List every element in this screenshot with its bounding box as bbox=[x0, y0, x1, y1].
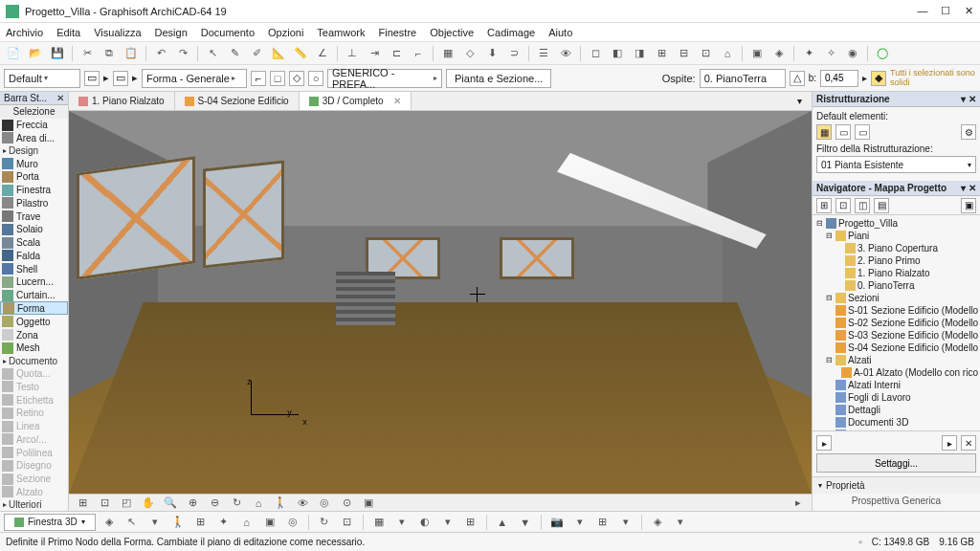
tool-polilinea[interactable]: Polilinea bbox=[0, 446, 68, 459]
tool-freccia[interactable]: Freccia bbox=[0, 119, 68, 132]
tree-sezioni[interactable]: ⊟Sezioni bbox=[814, 292, 978, 304]
align-icon[interactable]: ⊥ bbox=[343, 45, 362, 62]
menu-finestre[interactable]: Finestre bbox=[378, 27, 416, 38]
bt-9-icon[interactable]: ◎ bbox=[283, 514, 302, 531]
tree-alzati[interactable]: ⊟Alzati bbox=[814, 354, 978, 366]
piano-selector[interactable]: 0. PianoTerra bbox=[700, 69, 786, 88]
tab-menu-icon[interactable]: ▾ bbox=[788, 92, 812, 110]
tool-lucernario[interactable]: Lucern... bbox=[0, 276, 68, 289]
bt-8-icon[interactable]: ▣ bbox=[260, 514, 279, 531]
bt-7-icon[interactable]: ⌂ bbox=[237, 514, 256, 531]
bt-17-icon[interactable]: ▲ bbox=[493, 514, 512, 531]
section-design[interactable]: Design bbox=[0, 144, 68, 157]
tab-piano-rialzato[interactable]: 1. Piano Rialzato bbox=[69, 92, 175, 110]
solid-icon[interactable]: ◆ bbox=[871, 71, 886, 86]
section-ulteriori[interactable]: Ulteriori bbox=[0, 498, 68, 511]
bt-6-icon[interactable]: ✦ bbox=[214, 514, 234, 531]
geom-1-icon[interactable]: ⌐ bbox=[251, 71, 266, 86]
tool-falda[interactable]: Falda bbox=[0, 249, 68, 262]
proprieta-header[interactable]: ▾ Proprietà bbox=[813, 476, 980, 494]
panel-close-icon[interactable]: ✕ bbox=[969, 94, 976, 104]
filter-select[interactable]: 01 Pianta Esistente▾ bbox=[816, 156, 976, 173]
bt-22-icon[interactable]: ▾ bbox=[616, 514, 635, 531]
angle-tool-icon[interactable]: △ bbox=[790, 71, 805, 86]
bt-1-icon[interactable]: ◈ bbox=[100, 514, 119, 531]
vb-9-icon[interactable]: ⌂ bbox=[249, 495, 268, 512]
nav-t2-icon[interactable]: ⊡ bbox=[835, 198, 851, 213]
tree-dettagli[interactable]: Dettagli bbox=[814, 404, 978, 416]
tool-finestra[interactable]: Finestra bbox=[0, 184, 68, 197]
tab-close-icon[interactable]: ✕ bbox=[393, 96, 401, 106]
bt-11-icon[interactable]: ⊡ bbox=[338, 514, 357, 531]
bt-18-icon[interactable]: ▼ bbox=[516, 514, 535, 531]
tool-area[interactable]: Area di... bbox=[0, 131, 68, 144]
vb-10-icon[interactable]: 🚶 bbox=[271, 495, 290, 512]
help-icon[interactable]: ◯ bbox=[873, 45, 892, 62]
view2-icon[interactable]: ◧ bbox=[608, 45, 627, 62]
bt-16-icon[interactable]: ⊞ bbox=[461, 514, 480, 531]
vb-1-icon[interactable]: ⊞ bbox=[73, 495, 92, 512]
toolbox-close-icon[interactable]: ✕ bbox=[56, 93, 64, 103]
tree-s04[interactable]: S-04 Sezione Edificio (Modello bbox=[814, 342, 978, 354]
menu-aiuto[interactable]: Aiuto bbox=[548, 27, 572, 38]
tool-b-icon[interactable]: ◈ bbox=[769, 45, 789, 62]
nav-t3-icon[interactable]: ◫ bbox=[855, 198, 870, 213]
bt-5-icon[interactable]: ⊞ bbox=[191, 514, 211, 531]
tree-doc3d[interactable]: Documenti 3D bbox=[814, 416, 978, 429]
tree-s02[interactable]: S-02 Sezione Edificio (Modello bbox=[814, 317, 978, 329]
tool-oggetto[interactable]: Oggetto bbox=[0, 315, 68, 328]
tab-finestra-3d[interactable]: Finestra 3D ▾ bbox=[4, 514, 96, 531]
tool-zona[interactable]: Zona bbox=[0, 328, 68, 342]
layer-icon[interactable]: ☰ bbox=[534, 45, 553, 62]
sel-1-icon[interactable]: ▭ bbox=[84, 71, 100, 86]
bt-13-icon[interactable]: ▾ bbox=[392, 514, 412, 531]
tree-piano-3[interactable]: 3. Piano Copertura bbox=[814, 242, 978, 254]
dropper-icon[interactable]: ✐ bbox=[247, 45, 266, 62]
tool-scala[interactable]: Scala bbox=[0, 236, 68, 250]
tree-s01[interactable]: S-01 Sezione Edificio (Modello bbox=[814, 304, 978, 317]
undo-icon[interactable]: ↶ bbox=[151, 45, 170, 62]
ris-icon-3[interactable]: ▭ bbox=[855, 124, 870, 140]
vb-11-icon[interactable]: 👁 bbox=[293, 495, 312, 512]
gravity-icon[interactable]: ⬇ bbox=[482, 45, 501, 62]
magnet-icon[interactable]: ⊃ bbox=[504, 45, 523, 62]
home-icon[interactable]: ⌂ bbox=[718, 45, 737, 62]
tool-linea[interactable]: Linea bbox=[0, 420, 68, 433]
menu-archivio[interactable]: Archivio bbox=[6, 27, 43, 38]
tool-pilastro[interactable]: Pilastro bbox=[0, 196, 68, 209]
tool-forma[interactable]: Forma bbox=[0, 301, 68, 315]
menu-cadimage[interactable]: Cadimage bbox=[487, 27, 535, 38]
bt-2-icon[interactable]: ↖ bbox=[122, 514, 142, 531]
tree-piano-2[interactable]: 2. Piano Primo bbox=[814, 254, 978, 267]
nav-t5-icon[interactable]: ▣ bbox=[961, 198, 976, 213]
tree-fogli[interactable]: Fogli di Lavoro bbox=[814, 391, 978, 404]
view1-icon[interactable]: ◻ bbox=[586, 45, 605, 62]
bt-3-icon[interactable]: ▾ bbox=[145, 514, 165, 531]
minimize-button[interactable]: — bbox=[917, 5, 928, 17]
tab-3d[interactable]: 3D / Completo ✕ bbox=[300, 92, 412, 110]
forma-selector[interactable]: Forma - Generale▸ bbox=[142, 69, 247, 88]
bt-21-icon[interactable]: ⊞ bbox=[593, 514, 612, 531]
copy-icon[interactable]: ⧉ bbox=[100, 45, 119, 62]
view3-icon[interactable]: ◨ bbox=[630, 45, 649, 62]
tool-porta[interactable]: Porta bbox=[0, 170, 68, 184]
pointer-icon[interactable]: ↖ bbox=[203, 45, 222, 62]
menu-edita[interactable]: Edita bbox=[56, 27, 80, 38]
vb-7-icon[interactable]: ⊖ bbox=[205, 495, 224, 512]
bt-19-icon[interactable]: 📷 bbox=[547, 514, 567, 531]
settings-button[interactable]: Settaggi... bbox=[816, 453, 976, 473]
close-button[interactable]: ✕ bbox=[963, 5, 974, 17]
menu-visualizza[interactable]: Visualizza bbox=[94, 27, 141, 38]
tool-testo[interactable]: Testo bbox=[0, 380, 68, 393]
tool-d-icon[interactable]: ✧ bbox=[821, 45, 840, 62]
tree-s03[interactable]: S-03 Sezione Edificio (Modello bbox=[814, 329, 978, 342]
trim-icon[interactable]: ⊏ bbox=[387, 45, 406, 62]
tool-alzato[interactable]: Alzato bbox=[0, 485, 68, 498]
tool-a-icon[interactable]: ▣ bbox=[747, 45, 767, 62]
vb-2-icon[interactable]: ⊡ bbox=[95, 495, 114, 512]
measure-icon[interactable]: 📐 bbox=[269, 45, 288, 62]
vb-8-icon[interactable]: ↻ bbox=[227, 495, 246, 512]
open-icon[interactable]: 📂 bbox=[26, 45, 45, 62]
tool-retino[interactable]: Retino bbox=[0, 407, 68, 420]
tool-c-icon[interactable]: ✦ bbox=[799, 45, 818, 62]
